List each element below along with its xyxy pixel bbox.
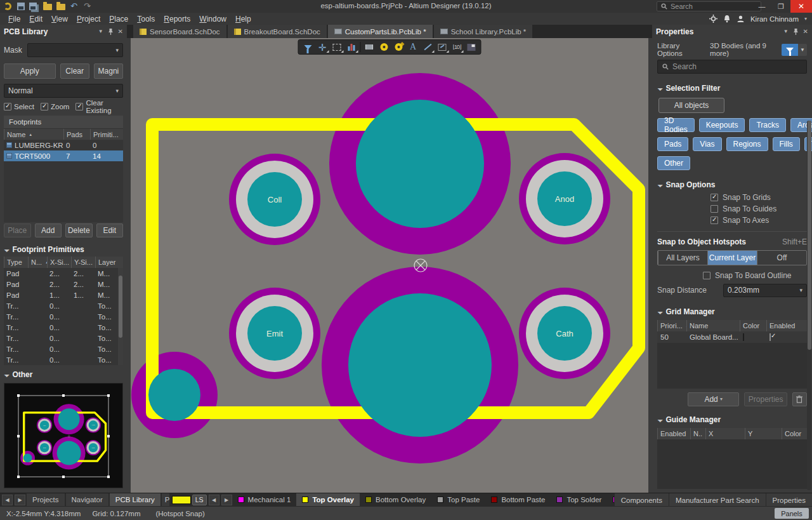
panel-tab[interactable]: P bbox=[162, 493, 169, 507]
pcb-editor-canvas[interactable]: ✛ A ⌊10⌋ bbox=[131, 38, 648, 493]
column-header[interactable]: Type bbox=[4, 257, 28, 268]
apply-button[interactable]: Apply bbox=[4, 63, 56, 79]
layer-tab[interactable]: Top Paste bbox=[431, 493, 485, 507]
primitives-section-header[interactable]: Footprint Primitives bbox=[4, 244, 123, 255]
column-header[interactable]: Color bbox=[782, 428, 807, 439]
pin-icon[interactable] bbox=[108, 29, 114, 35]
add-footprint-button[interactable]: Add bbox=[35, 223, 62, 237]
chevron-down-icon[interactable]: ▾ bbox=[804, 16, 807, 22]
layer-tab[interactable]: Mechanical 1 bbox=[232, 493, 297, 507]
primitive-row[interactable]: Tr... 0... To... bbox=[4, 333, 123, 343]
column-header[interactable]: Y-Si... bbox=[71, 257, 95, 268]
grid-enabled-checkbox[interactable] bbox=[769, 333, 771, 341]
snap-option[interactable]: Snap To Grids bbox=[710, 193, 807, 202]
scroll-right-icon[interactable]: ▶ bbox=[15, 495, 25, 505]
filter-chip[interactable]: Pads bbox=[657, 137, 688, 151]
grid-properties-button[interactable]: Properties bbox=[744, 392, 787, 406]
filter-chip[interactable]: Keepouts bbox=[699, 118, 745, 132]
filter-chip[interactable]: Other bbox=[657, 156, 690, 170]
footprint-row[interactable]: TCRT5000 7 14 bbox=[4, 150, 123, 161]
close-icon[interactable]: ✕ bbox=[790, 0, 812, 13]
user-icon[interactable] bbox=[737, 15, 745, 23]
panel-menu-icon[interactable]: ▼ bbox=[783, 29, 789, 34]
minimize-icon[interactable]: — bbox=[752, 0, 771, 13]
menu-item[interactable]: Project bbox=[72, 14, 105, 24]
layer-tab[interactable]: Bottom Overlay bbox=[360, 493, 431, 507]
magnify-button[interactable]: Magni bbox=[94, 63, 123, 79]
footprints-list-empty[interactable] bbox=[4, 161, 123, 222]
properties-scrollbar[interactable] bbox=[807, 121, 811, 490]
layers-scroll-left-icon[interactable]: ◀ bbox=[209, 495, 219, 505]
menu-item[interactable]: File bbox=[4, 14, 25, 24]
primitive-row[interactable]: Pad 2... 2... M... bbox=[4, 268, 123, 279]
global-search-input[interactable]: Search bbox=[657, 1, 761, 11]
layer-tab[interactable]: Top Overlay bbox=[296, 493, 360, 507]
menu-item[interactable]: Reports bbox=[159, 14, 195, 24]
column-header[interactable]: Pads bbox=[63, 129, 90, 140]
filter-chip[interactable]: Tracks bbox=[749, 118, 786, 132]
footprint-row[interactable]: LUMBERG-KRM08 0 0 bbox=[4, 140, 123, 150]
primitive-row[interactable]: Pad 2... 2... M... bbox=[4, 279, 123, 290]
delete-grid-icon[interactable] bbox=[792, 392, 807, 406]
checkbox[interactable] bbox=[4, 103, 11, 110]
checkbox[interactable] bbox=[41, 103, 48, 110]
document-tab[interactable]: SensorBoard.SchDoc bbox=[133, 25, 226, 38]
bottom-right-tab[interactable]: Components bbox=[614, 493, 669, 507]
scroll-left-icon[interactable]: ◀ bbox=[2, 495, 13, 505]
panel-close-icon[interactable]: ✕ bbox=[803, 28, 808, 35]
delete-footprint-button[interactable]: Delete bbox=[65, 223, 93, 237]
menu-item[interactable]: Help bbox=[231, 14, 256, 24]
checkbox[interactable] bbox=[710, 194, 718, 201]
place-button[interactable]: Place bbox=[4, 223, 31, 237]
primitive-row[interactable]: Tr... 0... To... bbox=[4, 300, 123, 311]
panel-tab[interactable]: PCB Library bbox=[110, 493, 160, 507]
primitive-row[interactable]: Tr... 0... To... bbox=[4, 322, 123, 333]
layers-scroll-right-icon[interactable]: ▶ bbox=[221, 495, 232, 505]
checkbox[interactable] bbox=[710, 205, 718, 213]
column-header[interactable]: Layer bbox=[95, 257, 123, 268]
checkbox[interactable] bbox=[75, 103, 83, 110]
restore-icon[interactable]: ❐ bbox=[771, 0, 790, 13]
filter-icon[interactable] bbox=[301, 41, 315, 53]
mask-dropdown[interactable] bbox=[27, 43, 123, 57]
snap-options-header[interactable]: Snap Options bbox=[657, 180, 807, 189]
layer-tab[interactable]: Bottom Paste bbox=[485, 493, 551, 507]
menu-item[interactable]: Edit bbox=[25, 14, 47, 24]
filter-chip[interactable]: Vias bbox=[693, 137, 721, 151]
room-icon[interactable] bbox=[464, 41, 479, 53]
user-name[interactable]: Kiran Chinnam bbox=[750, 15, 799, 23]
segment-button[interactable]: All Layers bbox=[658, 251, 707, 265]
marquee-select-icon[interactable] bbox=[330, 41, 344, 53]
current-layer-color-swatch[interactable] bbox=[172, 496, 191, 504]
guide-manager-header[interactable]: Guide Manager bbox=[657, 415, 807, 424]
move-cross-icon[interactable]: ✛ bbox=[315, 41, 330, 53]
filter-chip[interactable]: Fills bbox=[773, 137, 800, 151]
other-section-header[interactable]: Other bbox=[4, 369, 123, 380]
panel-menu-icon[interactable]: ▼ bbox=[98, 29, 103, 34]
pin-icon[interactable] bbox=[793, 29, 799, 35]
layer-tab[interactable]: Top Solder bbox=[551, 493, 607, 507]
menu-item[interactable]: View bbox=[47, 14, 72, 24]
mode-dropdown[interactable]: Normal bbox=[4, 84, 123, 98]
document-tab[interactable]: School Library.PcbLib * bbox=[434, 25, 533, 38]
edit-footprint-button[interactable]: Edit bbox=[96, 223, 124, 237]
segment-button[interactable]: Current Layer bbox=[707, 251, 757, 265]
gear-icon[interactable] bbox=[709, 15, 717, 23]
library-options-label[interactable]: Library Options bbox=[657, 42, 700, 57]
via-icon[interactable] bbox=[391, 41, 406, 53]
document-tab[interactable]: BreakoutBoard.SchDoc bbox=[228, 25, 327, 38]
dimension-icon[interactable]: ⌊10⌋ bbox=[450, 41, 464, 53]
column-header[interactable]: Y bbox=[745, 428, 782, 439]
column-header[interactable]: X-Si... bbox=[47, 257, 71, 268]
board-outline-option[interactable]: Snap To Board Outline bbox=[703, 270, 807, 280]
bell-icon[interactable] bbox=[723, 15, 731, 23]
filter-icon[interactable] bbox=[782, 44, 798, 56]
component-icon[interactable] bbox=[362, 41, 377, 53]
add-grid-button[interactable]: Add ▾ bbox=[688, 392, 739, 406]
snap-distance-dropdown[interactable]: 0.203mm bbox=[723, 284, 807, 297]
column-header[interactable]: Priori... bbox=[657, 320, 686, 331]
menu-item[interactable]: Tools bbox=[133, 14, 159, 24]
panel-close-icon[interactable]: ✕ bbox=[118, 28, 123, 35]
pad-icon[interactable] bbox=[377, 41, 391, 53]
primitive-row[interactable]: Tr... 0... To... bbox=[4, 311, 123, 322]
